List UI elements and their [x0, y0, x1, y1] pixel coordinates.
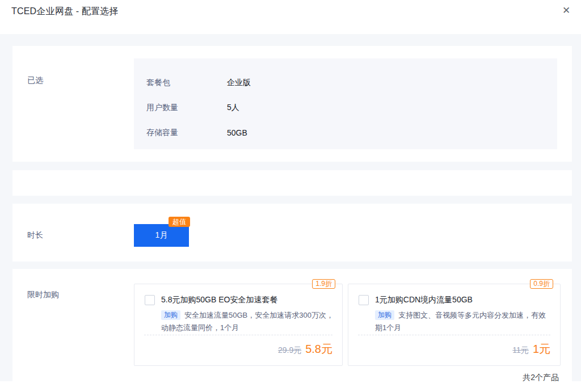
addon-description: 加购支持图文、音视频等多元内容分发加速，有效期1个月 — [375, 309, 551, 334]
selected-summary-box: 套餐包 企业版 用户数量 5人 存储容量 50GB — [134, 58, 557, 149]
original-price: 11元 — [512, 345, 529, 356]
dialog-title: TCED企业网盘 - 配置选择 — [11, 6, 119, 18]
addon-card-cdn[interactable]: 0.9折 1元加购CDN境内流量50GB 加购支持图文、音视频等多元内容分发加速… — [348, 284, 561, 366]
card-divider — [358, 335, 550, 335]
price-row: 29.9元 5.8元 — [278, 342, 332, 357]
dialog-body: 已选 套餐包 企业版 用户数量 5人 存储容量 50GB 时长 — [0, 34, 581, 381]
addon-description-text: 支持图文、音视频等多元内容分发加速，有效期1个月 — [375, 311, 546, 332]
row-label: 用户数量 — [146, 103, 227, 113]
selected-row-users: 用户数量 5人 — [146, 95, 545, 120]
card-divider — [144, 335, 332, 335]
close-icon[interactable]: ✕ — [558, 2, 574, 18]
price-row: 11元 1元 — [512, 342, 550, 357]
addon-card-head: 1元加购CDN境内流量50GB — [348, 284, 560, 305]
duration-option-wrap: 超值 1月 — [134, 224, 189, 247]
row-label: 存储容量 — [146, 128, 227, 138]
addon-tag: 加购 — [375, 310, 394, 320]
duration-option-1month[interactable]: 1月 — [134, 224, 189, 247]
addon-description-text: 安全加速流量50GB，安全加速请求300万次，动静态流量同价，1个月 — [161, 311, 334, 332]
duration-section: 时长 超值 1月 — [12, 204, 572, 262]
discount-badge: 0.9折 — [530, 279, 553, 289]
addon-card-head: 5.8元加购50GB EO安全加速套餐 — [134, 284, 342, 305]
row-value: 5人 — [227, 103, 239, 113]
addon-card-eo[interactable]: 1.9折 5.8元加购50GB EO安全加速套餐 加购安全加速流量50GB，安全… — [134, 284, 343, 366]
selected-row-package: 套餐包 企业版 — [146, 70, 545, 95]
addon-section: 限时加购 1.9折 5.8元加购50GB EO安全加速套餐 加购安全加速流量50… — [12, 269, 572, 381]
row-value: 企业版 — [227, 78, 251, 88]
discounted-price: 5.8元 — [305, 342, 332, 357]
addon-title: 5.8元加购50GB EO安全加速套餐 — [161, 295, 277, 305]
addon-checkbox[interactable] — [145, 295, 155, 305]
empty-section — [12, 170, 572, 196]
selected-section: 已选 套餐包 企业版 用户数量 5人 存储容量 50GB — [12, 46, 572, 162]
row-label: 套餐包 — [146, 78, 227, 88]
row-value: 50GB — [227, 128, 247, 137]
selected-section-label: 已选 — [27, 75, 43, 86]
config-dialog: TCED企业网盘 - 配置选择 ✕ 已选 套餐包 企业版 用户数量 5人 存储容… — [0, 0, 581, 392]
discounted-price: 1元 — [533, 342, 550, 357]
addon-title: 1元加购CDN境内流量50GB — [375, 295, 473, 305]
super-value-badge: 超值 — [169, 217, 190, 227]
original-price: 29.9元 — [278, 345, 301, 356]
addon-section-label: 限时加购 — [27, 290, 59, 300]
discount-badge: 1.9折 — [312, 279, 335, 289]
addon-tag: 加购 — [161, 310, 180, 320]
duration-section-label: 时长 — [27, 230, 43, 241]
addon-description: 加购安全加速流量50GB，安全加速请求300万次，动静态流量同价，1个月 — [161, 309, 334, 334]
product-count-summary: 共2个产品 — [523, 373, 559, 383]
selected-row-storage: 存储容量 50GB — [146, 120, 545, 145]
addon-checkbox[interactable] — [359, 295, 369, 305]
